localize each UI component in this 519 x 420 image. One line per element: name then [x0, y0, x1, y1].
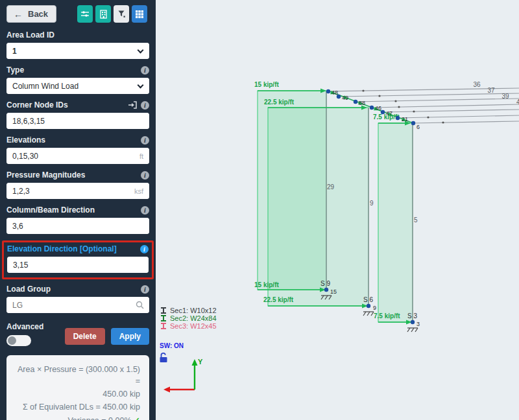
node-label: 46 — [375, 105, 381, 111]
col-beam-dir-field: Column/Beam Direction i — [6, 205, 149, 234]
datasheet-button[interactable] — [132, 5, 147, 23]
load-area-3[interactable] — [378, 123, 413, 322]
legend-sec2: Sec2: W24x84 — [170, 314, 217, 322]
col-beam-dir-input-wrap — [6, 218, 149, 234]
delete-button[interactable]: Delete — [65, 328, 105, 345]
advanced-row: Advanced Delete Apply — [6, 322, 149, 346]
toggle-knob — [8, 336, 16, 345]
ibeam-icon — [161, 316, 166, 321]
pressures-unit: ksf — [134, 187, 143, 195]
area-pressure-line2: 450.00 kip — [16, 388, 140, 400]
sidebar-topbar: ← Back — [6, 5, 149, 23]
node-21[interactable] — [396, 116, 400, 120]
node-label: 6 — [416, 124, 420, 130]
node-label: 15 — [330, 288, 337, 295]
grid-icon — [135, 10, 144, 19]
back-arrow-icon: ← — [14, 9, 23, 19]
info-icon[interactable]: i — [141, 206, 149, 215]
node-88[interactable] — [354, 100, 357, 104]
toolbar-icons — [77, 5, 147, 23]
info-icon[interactable]: i — [141, 66, 149, 75]
info-icon[interactable]: i — [141, 171, 149, 180]
filter-icon — [117, 10, 126, 18]
column-label: 9 — [370, 200, 374, 207]
pick-nodes-icon[interactable] — [128, 101, 138, 109]
structure-svg: 36 37 39 4 29 9 5 15 kip/ft 22.5 kip/ft … — [156, 0, 519, 420]
building-view-button[interactable] — [95, 5, 111, 23]
elevations-input-wrap: ft — [6, 148, 149, 164]
variance-line: Variance = 0.00% — [67, 416, 131, 420]
type-select[interactable]: Column Wind Load — [6, 78, 149, 94]
node-48[interactable] — [326, 89, 330, 93]
elev-dir-input-wrap — [7, 257, 149, 273]
type-value: Column Wind Load — [12, 82, 78, 91]
check-icon: ✓ — [134, 416, 140, 420]
unlock-icon[interactable] — [160, 353, 167, 362]
filter-button[interactable] — [114, 5, 129, 23]
info-icon[interactable]: i — [141, 101, 149, 110]
pressures-field: Pressure Magnitudes i ksf — [6, 170, 149, 199]
support-icon — [363, 312, 374, 316]
apply-button[interactable]: Apply — [111, 328, 149, 345]
elevations-unit: ft — [139, 152, 143, 160]
render-settings-button[interactable] — [77, 5, 93, 23]
back-button-label: Back — [28, 9, 48, 19]
load-label-bottom-2: 22.5 kip/ft — [263, 296, 294, 303]
info-icon[interactable]: i — [141, 136, 149, 145]
pressures-input-wrap: ksf — [6, 183, 149, 199]
settings-sidebar: ← Back — [0, 0, 156, 420]
load-label-bottom-1: 15 kip/ft — [254, 281, 279, 288]
elevations-input[interactable] — [12, 152, 143, 161]
corner-nodes-input[interactable] — [12, 117, 143, 126]
beam-6x[interactable] — [398, 115, 519, 118]
beam-39[interactable] — [356, 99, 519, 102]
beam-4x[interactable] — [372, 104, 519, 108]
area-load-id-select[interactable]: 1 — [6, 43, 149, 59]
beam-label: 37 — [487, 87, 495, 94]
node-6[interactable] — [411, 121, 415, 125]
load-group-field: Load Group i — [6, 285, 149, 313]
info-icon[interactable]: i — [140, 245, 149, 253]
load-label-bottom-3: 7.5 kip/ft — [374, 312, 400, 320]
beam-5x[interactable] — [383, 110, 519, 112]
elev-dir-label: Elevation Direction [Optional] — [7, 244, 117, 253]
elev-dir-field: Elevation Direction [Optional] i — [7, 244, 149, 273]
legend-sec1: Sec1: W10x12 — [170, 307, 217, 314]
node-label: 21 — [402, 116, 408, 122]
info-icon[interactable]: i — [141, 285, 149, 294]
node-15[interactable] — [324, 288, 328, 292]
self-weight-status: SW: ON — [160, 342, 184, 349]
chevron-down-icon — [138, 47, 144, 54]
pressures-label: Pressure Magnitudes — [6, 170, 85, 180]
area-pressure-line1: Area × Pressure = (300.000 x 1.5) = — [16, 364, 140, 387]
node-label: 88 — [359, 100, 365, 106]
elev-dir-input[interactable] — [13, 261, 143, 270]
support-label: S 9 — [320, 280, 330, 287]
column-label: 5 — [414, 216, 418, 224]
corner-nodes-field: Corner Node IDs i — [6, 100, 149, 129]
support-icon — [407, 328, 418, 332]
load-group-input[interactable] — [12, 301, 143, 310]
node-3[interactable] — [411, 320, 415, 324]
beam-label: 39 — [501, 93, 509, 100]
pressures-input[interactable] — [12, 187, 143, 196]
ibeam-icon — [161, 323, 166, 329]
building-icon — [99, 10, 108, 19]
corner-nodes-input-wrap — [6, 113, 149, 129]
back-button[interactable]: ← Back — [6, 5, 56, 23]
corner-nodes-label: Corner Node IDs — [6, 100, 68, 110]
elevations-label: Elevations — [6, 135, 45, 145]
load-group-label: Load Group — [6, 285, 51, 294]
load-area-2[interactable] — [268, 108, 368, 306]
chevron-down-icon — [138, 82, 144, 89]
node-9[interactable] — [367, 304, 370, 308]
support-label: S 6 — [363, 296, 373, 303]
col-beam-dir-input[interactable] — [12, 222, 143, 231]
search-icon — [136, 301, 144, 309]
node-46[interactable] — [370, 106, 374, 110]
beam-7x[interactable] — [413, 121, 519, 123]
advanced-toggle[interactable] — [6, 335, 31, 346]
model-canvas[interactable]: 36 37 39 4 29 9 5 15 kip/ft 22.5 kip/ft … — [156, 0, 519, 420]
node-label: 9 — [373, 305, 376, 311]
node-label: 49 — [342, 95, 348, 101]
